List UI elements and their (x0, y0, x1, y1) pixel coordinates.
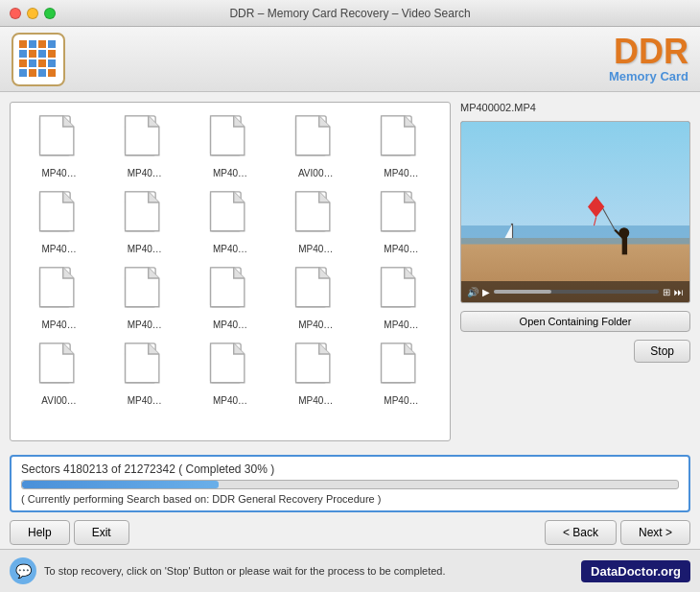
info-icon: 💬 (10, 557, 36, 584)
play-icon[interactable]: ▶ (482, 287, 490, 297)
svg-rect-4 (19, 50, 27, 58)
window-title: DDR – Memory Card Recovery – Video Searc… (229, 7, 470, 20)
datadoctor-badge: DataDoctor.org (581, 560, 690, 582)
file-icon (207, 190, 253, 240)
status-section: Sectors 4180213 of 21272342 ( Completed … (0, 451, 700, 516)
content-area: MP40… MP40… MP40… (0, 92, 700, 451)
svg-rect-11 (48, 59, 56, 67)
file-item[interactable]: MP40… (361, 110, 442, 182)
file-label: MP40… (116, 244, 174, 254)
title-bar: DDR – Memory Card Recovery – Video Searc… (0, 0, 700, 27)
file-icon (36, 114, 82, 164)
preview-image (461, 122, 689, 302)
file-item[interactable]: MP40… (104, 338, 185, 410)
file-item[interactable]: MP40… (189, 186, 270, 258)
next-button[interactable]: Next > (620, 520, 690, 545)
preview-panel: MP400002.MP4 (460, 102, 690, 441)
file-label: MP40… (287, 395, 344, 406)
svg-rect-12 (19, 69, 27, 77)
file-label: MP40… (201, 320, 259, 330)
file-item[interactable]: MP40… (275, 262, 357, 334)
svg-rect-3 (48, 40, 56, 48)
svg-rect-38 (461, 225, 689, 244)
svg-rect-14 (38, 69, 46, 77)
file-label: MP40… (201, 168, 259, 178)
file-icon (36, 342, 82, 391)
open-folder-button[interactable]: Open Containing Folder (460, 311, 690, 332)
file-icon (122, 114, 168, 164)
fullscreen-icon[interactable]: ⊞ (663, 287, 670, 297)
file-label: MP40… (201, 395, 259, 406)
svg-rect-0 (19, 40, 27, 48)
status-sectors-text: Sectors 4180213 of 21272342 ( Completed … (21, 462, 679, 476)
file-item[interactable]: MP40… (361, 186, 442, 258)
file-item[interactable]: MP40… (189, 338, 270, 410)
help-button[interactable]: Help (10, 520, 70, 545)
info-bar: 💬 To stop recovery, click on 'Stop' Butt… (0, 549, 700, 592)
back-button[interactable]: < Back (545, 520, 617, 545)
file-icon (36, 190, 82, 240)
file-icon (292, 114, 338, 164)
file-item[interactable]: MP40… (104, 110, 185, 182)
svg-rect-1 (29, 40, 36, 48)
preview-box: 🔊 ▶ ⊞ ⏭ (460, 121, 690, 303)
svg-rect-10 (38, 59, 46, 67)
file-icon (292, 190, 338, 240)
file-item[interactable]: MP40… (275, 338, 357, 410)
volume-icon[interactable]: 🔊 (467, 287, 478, 297)
app-logo (12, 33, 65, 86)
stop-button[interactable]: Stop (634, 340, 690, 363)
svg-rect-7 (48, 50, 56, 58)
svg-rect-13 (29, 69, 36, 77)
file-label: MP40… (116, 395, 174, 406)
svg-rect-5 (29, 50, 36, 58)
file-icon (378, 114, 424, 164)
file-item[interactable]: MP40… (18, 262, 100, 334)
nav-bar: Help Exit < Back Next > (0, 516, 700, 549)
svg-rect-6 (38, 50, 46, 58)
traffic-lights (10, 8, 56, 19)
file-label: MP40… (116, 168, 174, 178)
file-icon (122, 190, 168, 240)
exit-button[interactable]: Exit (74, 520, 129, 545)
file-label: MP40… (372, 168, 430, 178)
file-icon (122, 266, 168, 316)
main-progress-bar (21, 480, 679, 489)
file-grid-container[interactable]: MP40… MP40… MP40… (10, 102, 451, 441)
info-message: To stop recovery, click on 'Stop' Button… (44, 565, 573, 577)
file-item[interactable]: MP40… (104, 186, 185, 258)
svg-rect-8 (19, 59, 27, 67)
video-controls: 🔊 ▶ ⊞ ⏭ (461, 281, 689, 302)
file-label: MP40… (287, 244, 344, 254)
file-item[interactable]: MP40… (18, 186, 100, 258)
file-grid: MP40… MP40… MP40… (11, 103, 450, 417)
file-item[interactable]: MP40… (189, 110, 270, 182)
file-item[interactable]: AVI00… (18, 338, 100, 410)
video-progress-bar[interactable] (494, 290, 659, 294)
svg-rect-2 (38, 40, 46, 48)
file-item[interactable]: MP40… (18, 110, 100, 182)
skip-icon[interactable]: ⏭ (674, 287, 684, 297)
svg-rect-15 (48, 69, 56, 77)
close-button[interactable] (10, 8, 21, 19)
file-icon (378, 266, 424, 316)
file-item[interactable]: MP40… (361, 338, 442, 410)
svg-rect-9 (29, 59, 36, 67)
file-item[interactable]: AVI00… (275, 110, 357, 182)
file-icon (292, 342, 338, 391)
maximize-button[interactable] (44, 8, 56, 19)
file-label: MP40… (31, 244, 88, 254)
file-icon (378, 190, 424, 240)
file-icon (122, 342, 168, 391)
minimize-button[interactable] (27, 8, 38, 19)
file-item[interactable]: MP40… (275, 186, 357, 258)
file-icon (378, 342, 424, 391)
file-label: MP40… (372, 320, 430, 330)
file-icon (36, 266, 82, 316)
file-item[interactable]: MP40… (361, 262, 442, 334)
file-label: MP40… (31, 320, 88, 330)
file-item[interactable]: MP40… (104, 262, 185, 334)
status-procedure-text: ( Currently performing Search based on: … (21, 493, 679, 505)
file-item[interactable]: MP40… (189, 262, 270, 334)
status-box: Sectors 4180213 of 21272342 ( Completed … (10, 455, 690, 512)
